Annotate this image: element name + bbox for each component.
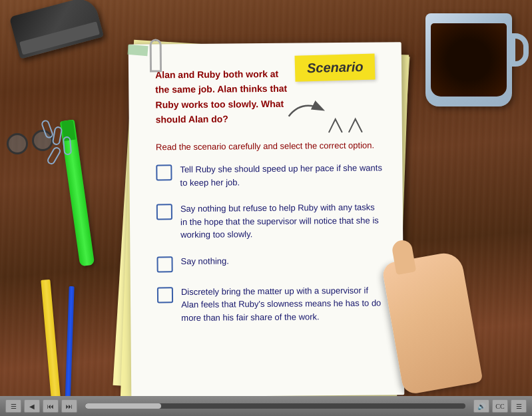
option-item-1: Tell Ruby she should speed up her pace i… (156, 162, 382, 190)
option-checkbox-2[interactable] (156, 204, 172, 220)
option-checkbox-1[interactable] (156, 164, 172, 180)
option-text-1: Tell Ruby she should speed up her pace i… (180, 162, 382, 190)
progress-bar[interactable] (85, 403, 465, 409)
paper-document: Scenario Alan and Ruby both work at the … (129, 42, 405, 397)
paper-clip (150, 39, 162, 72)
toolbar-forward-button[interactable]: ⏭ (61, 399, 77, 413)
coffee-cup (425, 13, 512, 106)
tape-piece (127, 45, 148, 57)
option-item-4: Discretely bring the matter up with a su… (157, 284, 384, 324)
toolbar-cc-button[interactable]: CC (492, 399, 508, 413)
toolbar-volume-button[interactable]: 🔊 (473, 399, 489, 413)
toolbar-menu-button[interactable]: ☰ (5, 399, 21, 413)
scribble-marks (326, 112, 366, 142)
option-checkbox-3[interactable] (156, 256, 172, 272)
toolbar-rewind-button[interactable]: ⏮ (43, 399, 59, 413)
toolbar-back-button[interactable]: ◀ (24, 399, 40, 413)
option-item-3: Say nothing. (156, 253, 383, 272)
toolbar-settings-button[interactable]: ☰ (511, 399, 527, 413)
option-text-2: Say nothing but refuse to help Ruby with… (180, 201, 383, 242)
option-text-3: Say nothing. (180, 254, 228, 268)
paperclips (40, 120, 87, 173)
scenario-text: Alan and Ruby both work at the same job.… (155, 67, 289, 127)
option-text-4: Discretely bring the matter up with a su… (181, 284, 384, 324)
toolbar: ☰ ◀ ⏮ ⏭ 🔊 CC ☰ (0, 396, 532, 416)
option-item-2: Say nothing but refuse to help Ruby with… (156, 201, 383, 242)
option-checkbox-4[interactable] (157, 287, 173, 303)
scenario-label-text: Scenario (306, 59, 363, 75)
progress-indicator (85, 403, 161, 409)
scenario-label: Scenario (294, 54, 375, 82)
toolbar-right-controls: 🔊 CC ☰ (473, 399, 527, 413)
options-list: Tell Ruby she should speed up her pace i… (156, 162, 384, 325)
